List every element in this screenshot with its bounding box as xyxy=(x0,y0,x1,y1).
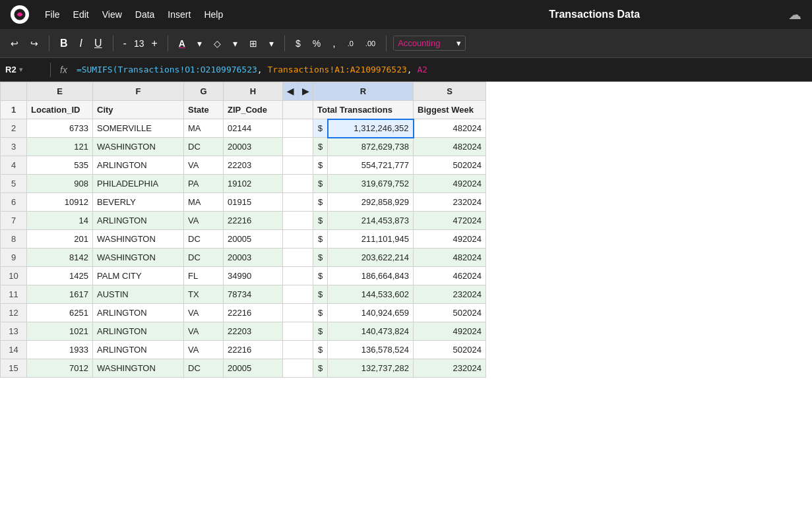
cell-zip[interactable]: 02144 xyxy=(224,119,283,138)
cell-state[interactable]: PA xyxy=(184,175,224,193)
cell-total[interactable]: 554,721,777 xyxy=(328,156,414,175)
cell-total[interactable]: 211,101,945 xyxy=(328,230,414,248)
cell-total[interactable]: 292,858,929 xyxy=(328,193,414,212)
header-week[interactable]: Biggest Week xyxy=(414,101,486,119)
cell-week[interactable]: 482024 xyxy=(414,138,486,156)
menu-file[interactable]: File xyxy=(45,9,60,20)
cell-location-id[interactable]: 7012 xyxy=(27,359,93,378)
table-row[interactable]: 5 908 PHILADELPHIA PA 19102 $ 319,679,75… xyxy=(1,175,486,193)
cell-week[interactable]: 492024 xyxy=(414,175,486,193)
text-color-button[interactable]: A xyxy=(175,36,189,51)
cell-city[interactable]: WASHINGTON xyxy=(93,248,184,267)
redo-button[interactable]: ↪ xyxy=(26,36,42,51)
cell-city[interactable]: ARLINGTON xyxy=(93,212,184,230)
cell-location-id[interactable]: 908 xyxy=(27,175,93,193)
cell-zip[interactable]: 22203 xyxy=(224,156,283,175)
cell-total[interactable]: 132,737,282 xyxy=(328,359,414,378)
format-dropdown[interactable]: Accounting ▾ xyxy=(393,36,466,51)
header-state[interactable]: State xyxy=(184,101,224,119)
cell-state[interactable]: DC xyxy=(184,248,224,267)
cell-state[interactable]: DC xyxy=(184,359,224,378)
cell-location-id[interactable]: 8142 xyxy=(27,248,93,267)
font-size-increase[interactable]: + xyxy=(148,36,160,51)
comma-button[interactable]: , xyxy=(328,35,339,52)
cell-week[interactable]: 232024 xyxy=(414,193,486,212)
col-header-E[interactable]: E xyxy=(27,82,93,101)
table-row[interactable]: 14 1933 ARLINGTON VA 22216 $ 136,578,524… xyxy=(1,341,486,359)
menu-view[interactable]: View xyxy=(102,9,122,20)
cell-zip[interactable]: 22216 xyxy=(224,304,283,322)
menu-help[interactable]: Help xyxy=(204,9,223,20)
undo-button[interactable]: ↩ xyxy=(7,36,22,51)
cell-city[interactable]: PHILADELPHIA xyxy=(93,175,184,193)
cell-total[interactable]: 1,312,246,352 xyxy=(328,119,414,138)
table-row[interactable]: 11 1617 AUSTIN TX 78734 $ 144,533,602 23… xyxy=(1,285,486,304)
spreadsheet[interactable]: E F G H ◀ ▶ R S 1 Location_ID City State… xyxy=(0,82,812,526)
header-total[interactable]: Total Transactions xyxy=(313,101,414,119)
cell-state[interactable]: MA xyxy=(184,119,224,138)
menu-insert[interactable]: Insert xyxy=(168,9,191,20)
cell-state[interactable]: FL xyxy=(184,267,224,285)
cell-location-id[interactable]: 1933 xyxy=(27,341,93,359)
table-row[interactable]: 2 6733 SOMERVILLE MA 02144 $ 1,312,246,3… xyxy=(1,119,486,138)
cell-city[interactable]: ARLINGTON xyxy=(93,304,184,322)
percent-button[interactable]: % xyxy=(309,36,325,51)
cell-total[interactable]: 872,629,738 xyxy=(328,138,414,156)
cell-total[interactable]: 203,622,214 xyxy=(328,248,414,267)
col-header-dollar[interactable]: R xyxy=(313,82,414,101)
cell-city[interactable]: WASHINGTON xyxy=(93,230,184,248)
col-header-G[interactable]: G xyxy=(184,82,224,101)
cell-week[interactable]: 232024 xyxy=(414,359,486,378)
menu-edit[interactable]: Edit xyxy=(73,9,89,20)
cell-zip[interactable]: 22216 xyxy=(224,341,283,359)
cell-zip[interactable]: 34990 xyxy=(224,267,283,285)
table-row[interactable]: 9 8142 WASHINGTON DC 20003 $ 203,622,214… xyxy=(1,248,486,267)
cell-state[interactable]: VA xyxy=(184,322,224,341)
col-header-S[interactable]: S xyxy=(414,82,486,101)
cell-city[interactable]: ARLINGTON xyxy=(93,322,184,341)
italic-button[interactable]: I xyxy=(76,35,86,52)
table-row[interactable]: 6 10912 BEVERLY MA 01915 $ 292,858,929 2… xyxy=(1,193,486,212)
cell-zip[interactable]: 20003 xyxy=(224,248,283,267)
cell-location-id[interactable]: 14 xyxy=(27,212,93,230)
cell-city[interactable]: SOMERVILLE xyxy=(93,119,184,138)
cell-total[interactable]: 214,453,873 xyxy=(328,212,414,230)
cell-state[interactable]: DC xyxy=(184,138,224,156)
table-row[interactable]: 4 535 ARLINGTON VA 22203 $ 554,721,777 5… xyxy=(1,156,486,175)
cell-state[interactable]: VA xyxy=(184,156,224,175)
underline-button[interactable]: U xyxy=(90,35,106,52)
col-header-H[interactable]: H xyxy=(224,82,283,101)
fill-color-button[interactable]: ◇ xyxy=(210,36,225,51)
cell-location-id[interactable]: 10912 xyxy=(27,193,93,212)
cell-week[interactable]: 462024 xyxy=(414,267,486,285)
fill-color-arrow[interactable]: ▾ xyxy=(229,36,241,51)
app-logo[interactable] xyxy=(11,5,29,24)
col-header-left-nav[interactable]: ◀ xyxy=(283,82,298,101)
cell-city[interactable]: BEVERLY xyxy=(93,193,184,212)
text-color-arrow[interactable]: ▾ xyxy=(193,36,206,51)
col-header-right-nav[interactable]: ▶ xyxy=(298,82,313,101)
decimal-dec-button[interactable]: .0 xyxy=(344,37,358,50)
cell-location-id[interactable]: 201 xyxy=(27,230,93,248)
bold-button[interactable]: B xyxy=(56,35,72,52)
cell-zip[interactable]: 20005 xyxy=(224,359,283,378)
cell-week[interactable]: 492024 xyxy=(414,322,486,341)
menu-data[interactable]: Data xyxy=(135,9,155,20)
cell-state[interactable]: VA xyxy=(184,212,224,230)
table-row[interactable]: 13 1021 ARLINGTON VA 22203 $ 140,473,824… xyxy=(1,322,486,341)
cell-zip[interactable]: 20003 xyxy=(224,138,283,156)
cell-total[interactable]: 136,578,524 xyxy=(328,341,414,359)
header-location-id[interactable]: Location_ID xyxy=(27,101,93,119)
cell-total[interactable]: 144,533,602 xyxy=(328,285,414,304)
cell-location-id[interactable]: 1617 xyxy=(27,285,93,304)
cell-city[interactable]: WASHINGTON xyxy=(93,138,184,156)
header-zip[interactable]: ZIP_Code xyxy=(224,101,283,119)
cell-week[interactable]: 472024 xyxy=(414,212,486,230)
header-city[interactable]: City xyxy=(93,101,184,119)
cell-state[interactable]: TX xyxy=(184,285,224,304)
cell-ref-dropdown[interactable]: ▾ xyxy=(19,66,22,73)
cell-location-id[interactable]: 535 xyxy=(27,156,93,175)
cell-zip[interactable]: 01915 xyxy=(224,193,283,212)
cell-week[interactable]: 482024 xyxy=(414,119,486,138)
cell-city[interactable]: AUSTIN xyxy=(93,285,184,304)
